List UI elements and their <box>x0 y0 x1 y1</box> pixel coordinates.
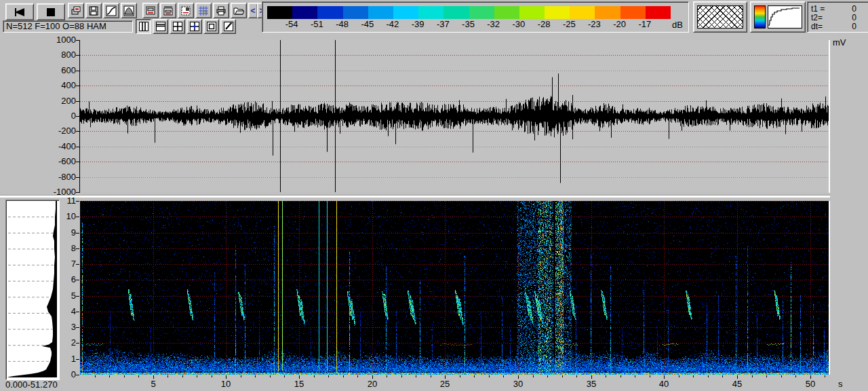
shade-frame-button[interactable] <box>178 3 194 18</box>
spectrogram-x-label: 45 <box>727 379 747 389</box>
color-scale-label: -32 <box>481 20 506 29</box>
color-scale-segment <box>267 6 292 19</box>
view-horizontal-split-button[interactable] <box>153 19 168 34</box>
spectrogram-x-label: 35 <box>581 379 601 389</box>
waveform-y-label: 600 <box>41 66 76 75</box>
spectrogram-x-tick <box>489 375 490 377</box>
edit-notes-button[interactable] <box>220 19 236 34</box>
spectrogram-x-tick <box>167 375 168 377</box>
spectrogram-x-tick <box>460 375 460 377</box>
color-scale-segment <box>443 6 469 19</box>
spectrogram-x-tick <box>197 375 197 377</box>
color-scale-label: -37 <box>431 20 455 29</box>
spectrogram-x-tick <box>328 375 329 377</box>
t2-label: t2= <box>811 13 823 22</box>
waveform-y-tick <box>76 147 79 147</box>
prev-button[interactable]: < <box>248 3 258 18</box>
print-button[interactable] <box>213 3 229 18</box>
transfer-curve-button[interactable] <box>103 3 119 18</box>
save-icon <box>88 5 99 16</box>
view-quad-button[interactable] <box>170 19 185 34</box>
stop-button[interactable] <box>37 3 65 20</box>
spectrogram-y-label: 11 <box>57 196 76 206</box>
average-spectrum-plot <box>7 201 57 377</box>
grid-settings-button[interactable]: s <box>195 3 212 18</box>
waveform-y-label: 0 <box>41 111 76 121</box>
color-scale-segment <box>317 6 342 19</box>
open-file-button[interactable] <box>231 3 247 18</box>
color-scale-label: -30 <box>507 20 531 29</box>
color-scale-label: -42 <box>380 20 405 29</box>
spectrogram-x-tick <box>270 375 271 377</box>
spectrogram-x-tick <box>679 375 679 377</box>
play-button[interactable] <box>5 3 34 20</box>
t1-value: 0 <box>835 4 856 14</box>
save-button[interactable] <box>85 3 102 18</box>
color-scale-label: -45 <box>355 20 380 29</box>
color-scale-label: -28 <box>532 20 556 29</box>
waveform-canvas[interactable] <box>80 40 829 192</box>
spectrogram-y-tick <box>76 201 79 202</box>
spectrogram-x-unit: s <box>838 379 843 389</box>
spectrogram-x-tick <box>357 375 358 377</box>
view-vertical-split-button[interactable] <box>136 19 151 34</box>
spectrogram-x-tick <box>503 375 504 377</box>
spectrogram-x-tick <box>109 375 110 377</box>
color-scale-label: -51 <box>304 20 329 29</box>
transfer-curve-box <box>768 5 802 29</box>
fft-status-text: N=512 F=100 O=88 HAM <box>6 22 106 31</box>
spectrogram-x-tick <box>241 375 241 377</box>
stop-icon <box>46 7 56 17</box>
color-scale-segment <box>393 6 418 19</box>
color-scale-bar[interactable] <box>267 6 671 19</box>
spectrogram-right-border <box>829 201 830 375</box>
copy-display-button[interactable] <box>68 3 84 18</box>
spectrogram-y-tick <box>76 280 79 280</box>
color-scale-segment <box>545 6 570 19</box>
t1-label: t1 = <box>811 4 825 14</box>
spectrogram-y-label: 1 <box>57 354 76 364</box>
color-scale-segment <box>343 6 368 19</box>
waveform-y-tick <box>76 177 79 178</box>
waveform-y-tick <box>76 101 79 102</box>
spectrogram-y-label: 10 <box>57 212 76 221</box>
spectrogram-x-tick <box>533 375 534 377</box>
display-frame-button[interactable] <box>142 3 159 18</box>
spectrogram-canvas[interactable] <box>80 201 829 375</box>
print-icon <box>216 5 226 16</box>
window-function-button[interactable] <box>121 3 137 18</box>
color-scale-segment <box>469 6 494 19</box>
palette-transfer-button[interactable] <box>750 1 806 33</box>
pattern-select-button[interactable] <box>693 1 747 33</box>
waveform-y-tick <box>76 71 79 71</box>
spectrogram-x-tick <box>255 375 256 377</box>
view-quad-cursor-icon <box>189 21 200 32</box>
spectrogram-x-tick <box>650 375 650 377</box>
color-scale-segment <box>418 6 443 19</box>
color-scale-label: -35 <box>456 20 481 29</box>
view-frame-button[interactable] <box>203 19 219 34</box>
spectrogram-y-tick <box>76 233 79 234</box>
spectrogram-x-tick <box>284 375 285 377</box>
spectrogram-y-label: 4 <box>57 307 76 316</box>
view-quad-cursor-button[interactable] <box>186 19 202 34</box>
spectrogram-x-tick <box>401 375 402 377</box>
spectrogram-x-tick <box>212 375 212 377</box>
panel-separator[interactable] <box>0 195 830 198</box>
waveform-y-label: -400 <box>41 142 76 151</box>
spectrogram-x-tick <box>576 375 577 377</box>
dt-label: dt= <box>811 22 823 31</box>
color-scale-unit: dB <box>672 20 683 30</box>
waveform-y-tick <box>76 116 79 117</box>
spectrogram-x-tick <box>722 375 723 377</box>
spectrogram-x-tick <box>474 375 475 377</box>
measure-frame-button[interactable] <box>160 3 176 18</box>
color-scale-label: -25 <box>557 20 581 29</box>
color-scale-label: -20 <box>608 20 632 29</box>
color-scale-segment <box>595 6 620 19</box>
waveform-y-tick <box>76 131 79 132</box>
view-frame-icon <box>206 21 217 32</box>
spectrogram-x-label: 50 <box>800 379 821 389</box>
average-spectrum-panel[interactable] <box>5 200 60 380</box>
shade-frame-icon <box>180 5 191 16</box>
